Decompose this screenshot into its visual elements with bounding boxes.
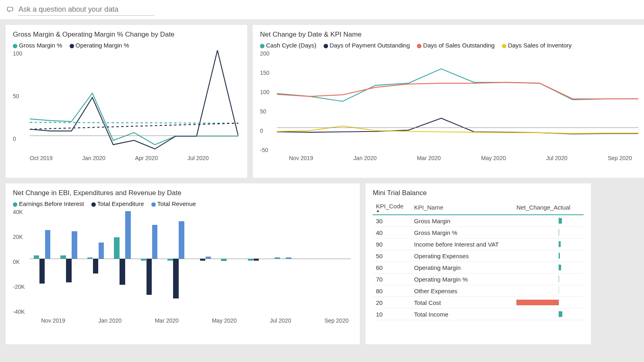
table-row[interactable]: 60Operating Margin [373,262,584,274]
zero-line [30,136,238,136]
card-title: Net Change in EBI, Expenditures and Reve… [13,189,353,197]
card-ebi-bars[interactable]: Net Change in EBI, Expenditures and Reve… [6,183,360,344]
col-kpi-name[interactable]: KPI_Name [411,200,513,215]
bar [275,257,280,259]
card-title: Mini Trial Balance [373,189,584,197]
bar [167,259,173,261]
table-row[interactable]: 70Operating Margin % [373,274,584,285]
bar [206,257,211,259]
zero-line [30,259,351,259]
legend-item: Gross Margin % [19,42,62,49]
cell-name: Total Income [411,309,513,320]
bar [66,259,71,282]
bar [254,259,259,261]
table-row[interactable]: 30Gross Margin [373,215,584,227]
legend-item: Operating Margin % [76,42,129,49]
legend-item: Days of Sales Outstanding [423,42,495,49]
swatch-icon [502,44,506,48]
cell-code: 60 [373,262,411,274]
cell-bar [513,215,584,227]
y-axis: 40K 20K 0K -20K -40K [13,209,30,325]
col-net-change[interactable]: Net_Change_Actual [513,200,584,215]
col-kpi-code[interactable]: KPI_Code▲ [373,200,411,215]
bar [72,231,77,259]
plot-area [30,50,238,153]
card-trial-balance[interactable]: Mini Trial Balance KPI_Code▲ KPI_Name Ne… [365,183,591,344]
bar [39,259,45,284]
cell-code: 80 [373,285,411,297]
y-axis: 100 50 0 [13,50,30,163]
bar [179,221,184,259]
cell-bar [513,262,584,274]
cell-code: 50 [373,250,411,262]
cell-bar [513,239,584,250]
cell-name: Operating Margin [411,262,513,274]
table-row[interactable]: 50Operating Expenses [373,250,584,262]
cell-code: 20 [373,297,411,309]
bar [114,237,119,259]
line-svg [277,50,638,153]
bar [34,255,39,259]
bar [248,259,253,261]
kpi-plot[interactable]: 200 150 100 50 0 -50 Nov 2019Jan 2020Mar… [260,50,640,163]
cell-bar [513,297,584,309]
table-row[interactable]: 40Gross Margin % [373,227,584,239]
bar [60,255,66,259]
swatch-icon [91,202,96,207]
cell-code: 40 [373,227,411,239]
cell-name: Operating Margin % [411,274,513,285]
legend-item: Earnings Before Interest [19,200,84,207]
card-margin-pct[interactable]: Gross Margin & Operating Margin % Change… [6,25,247,178]
bar [221,259,226,261]
sort-asc-icon: ▲ [376,210,408,212]
bar [286,257,291,259]
legend-item: Days of Payment Outstanding [330,42,410,49]
cell-bar [513,309,584,320]
chat-icon [6,6,14,13]
cell-name: Operating Expenses [411,250,513,262]
swatch-icon [13,202,17,207]
cell-code: 10 [373,309,411,320]
zero-line [277,128,638,128]
bar [141,259,146,261]
plot-area [30,209,351,316]
legend-item: Cash Cycle (Days) [266,42,316,49]
cell-bar [513,250,584,262]
ask-input[interactable] [18,4,155,16]
legend: Earnings Before Interest Total Expenditu… [13,200,353,207]
table-row[interactable]: 10Total Income [373,309,584,320]
bar [87,257,93,259]
y-axis: 200 150 100 50 0 -50 [260,50,277,163]
swatch-icon [324,44,328,48]
swatch-icon [260,44,264,48]
cell-name: Other Expenses [411,285,513,297]
card-title: Gross Margin & Operating Margin % Change… [13,31,240,39]
swatch-icon [70,44,74,48]
bar [200,259,205,261]
margin-plot[interactable]: 100 50 0 Oct 2019Jan 2020Apr 2020Jul 202… [13,50,240,163]
table-row[interactable]: 80Other Expenses [373,285,584,297]
bar [147,259,152,295]
swatch-icon [13,44,17,48]
card-title: Net Change by Date & KPI Name [260,31,640,39]
bar [45,230,50,259]
bar-plot[interactable]: 40K 20K 0K -20K -40K Nov 2019Jan 2020Mar… [13,209,353,325]
cell-name: Gross Margin [411,215,513,227]
bar [99,243,104,259]
bar [173,259,178,298]
x-axis: Nov 2019Jan 2020Mar 2020May 2020Jul 2020… [41,317,349,325]
card-kpi-days[interactable]: Net Change by Date & KPI Name Cash Cycle… [253,25,644,178]
cell-name: Income before Interest and VAT [411,239,513,250]
legend-item: Total Revenue [157,200,196,207]
legend: Cash Cycle (Days) Days of Payment Outsta… [260,42,640,49]
swatch-icon [417,44,421,48]
trial-balance-table: KPI_Code▲ KPI_Name Net_Change_Actual 30G… [373,200,584,320]
table-row[interactable]: 90Income before Interest and VAT [373,239,584,250]
cell-bar [513,227,584,239]
table-row[interactable]: 20Total Cost [373,297,584,309]
swatch-icon [151,202,156,207]
cell-bar [513,274,584,285]
cell-code: 70 [373,274,411,285]
bar [93,259,98,274]
x-axis: Nov 2019Jan 2020Mar 2020May 2020Jul 2020… [289,155,632,163]
